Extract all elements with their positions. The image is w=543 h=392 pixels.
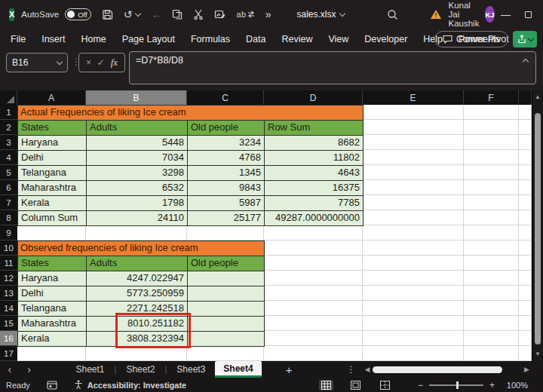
header-adults[interactable]: Adults — [87, 256, 188, 271]
cell-row-sum[interactable]: 16375 — [265, 181, 364, 196]
cell-state[interactable]: Kerala — [18, 196, 87, 211]
cut-icon[interactable] — [193, 9, 204, 20]
cell-row-sum[interactable]: 7785 — [265, 196, 364, 211]
cell-state[interactable]: Haryana — [18, 271, 87, 286]
new-sheet-button[interactable]: + — [286, 363, 293, 376]
cell-state[interactable]: Delhi — [18, 151, 87, 166]
share-button[interactable] — [513, 31, 537, 47]
normal-view-icon[interactable] — [319, 380, 333, 390]
scroll-up-icon[interactable]: ▲ — [532, 90, 543, 103]
cell-old-people-empty[interactable] — [188, 286, 265, 302]
tab-view[interactable]: View — [328, 34, 348, 44]
page-layout-view-icon[interactable] — [348, 380, 363, 390]
vertical-scrollbar[interactable]: ▲ ▼ — [532, 90, 543, 361]
zoom-slider-handle[interactable] — [456, 381, 459, 389]
row-header-17[interactable]: 17 — [0, 346, 17, 361]
tab-home[interactable]: Home — [81, 34, 106, 44]
find-replace-icon[interactable]: ab — [236, 11, 254, 19]
table1-title[interactable]: Actual Frequencies of liking Ice cream — [18, 106, 364, 121]
row-header-5[interactable]: 5 — [0, 165, 17, 180]
select-all-button[interactable] — [0, 90, 17, 105]
header-old-people[interactable]: Old people — [188, 121, 265, 136]
cell-adults[interactable]: 6532 — [87, 181, 188, 196]
header-row-sum[interactable]: Row Sum — [265, 121, 364, 136]
tab-formulas[interactable]: Formulas — [191, 34, 230, 44]
table2-title[interactable]: Observed frequencies of liking Ice cream — [18, 241, 265, 256]
row-header-14[interactable]: 14 — [0, 301, 17, 316]
tab-insert[interactable]: Insert — [41, 34, 65, 44]
avatar[interactable]: KJ — [485, 6, 494, 23]
cell-old-people[interactable]: 3234 — [188, 136, 265, 151]
minimize-button[interactable]: — — [495, 0, 517, 29]
column-header-f[interactable]: F — [464, 90, 519, 105]
row-header-11[interactable]: 11 — [0, 256, 17, 271]
cell-state[interactable]: Haryana — [18, 136, 87, 151]
cell-old-people[interactable]: 9843 — [188, 181, 265, 196]
row-header-12[interactable]: 12 — [0, 271, 17, 286]
macro-record-icon[interactable] — [47, 381, 57, 390]
cell-old-people[interactable]: 4768 — [188, 151, 265, 166]
cell-old-people[interactable]: 5987 — [188, 196, 265, 211]
name-box[interactable]: B16 — [6, 53, 68, 72]
column-header-e[interactable]: E — [363, 90, 464, 105]
tab-file[interactable]: File — [11, 34, 26, 44]
more-commands-icon[interactable]: » — [265, 9, 272, 20]
cell-row-sum[interactable]: 11802 — [265, 151, 364, 166]
cell-old-people[interactable]: 1345 — [188, 166, 265, 181]
row-header-6[interactable]: 6 — [0, 180, 17, 195]
maximize-button[interactable] — [517, 0, 540, 29]
row-header-13[interactable]: 13 — [0, 286, 17, 301]
cell-adults[interactable]: 5448 — [87, 136, 188, 151]
column-header-d[interactable]: D — [264, 90, 363, 105]
header-old-people[interactable]: Old people — [188, 256, 265, 271]
cell-state[interactable]: Maharashtra — [18, 317, 87, 332]
page-break-preview-icon[interactable] — [378, 380, 392, 390]
copy-icon[interactable] — [172, 9, 183, 20]
comments-button[interactable]: Comments — [434, 31, 508, 47]
row-header-16[interactable]: 16 — [0, 331, 17, 346]
excel-logo-icon[interactable]: X — [9, 8, 14, 21]
cell-old-people-empty[interactable] — [188, 317, 265, 332]
cell-state[interactable]: Kerala — [18, 332, 87, 347]
header-states[interactable]: States — [18, 256, 87, 271]
insert-function-icon[interactable]: fx — [111, 57, 118, 69]
cell-adults[interactable]: 1798 — [87, 196, 188, 211]
row-header-3[interactable]: 3 — [0, 135, 17, 150]
row-header-4[interactable]: 4 — [0, 150, 17, 165]
scroll-right-icon[interactable]: ▶ — [524, 366, 529, 373]
sheet-tab-sheet2[interactable]: Sheet2 — [116, 361, 164, 378]
zoom-slider[interactable] — [429, 384, 483, 386]
cell-adults-sum[interactable]: 24110 — [87, 211, 188, 226]
row-header-2[interactable]: 2 — [0, 120, 17, 135]
document-title[interactable]: sales.xlsx — [297, 9, 345, 20]
cell-adults[interactable]: 3298 — [87, 166, 188, 181]
tab-developer[interactable]: Developer — [364, 34, 407, 44]
zoom-level[interactable]: 100% — [502, 381, 528, 390]
sheet-nav-next-icon[interactable]: › — [20, 363, 39, 375]
vertical-scrollbar-thumb[interactable] — [535, 113, 541, 345]
cell-old-people-empty[interactable] — [188, 271, 265, 286]
cell-grand-total[interactable]: 49287.0000000000 — [265, 211, 364, 226]
cell-row-sum[interactable]: 4643 — [265, 166, 364, 181]
save-icon[interactable] — [102, 9, 113, 20]
tab-review[interactable]: Review — [281, 34, 312, 44]
column-header-b[interactable]: B — [86, 90, 187, 105]
cell-adults[interactable]: 4247.022947 — [87, 271, 188, 286]
close-button[interactable]: × — [540, 0, 543, 29]
scroll-left-icon[interactable]: ◀ — [364, 366, 370, 373]
cell-row-sum[interactable]: 8682 — [265, 136, 364, 151]
autosave-toggle[interactable]: Off — [65, 8, 91, 20]
cell-old-people-empty[interactable] — [188, 302, 265, 317]
search-icon[interactable] — [387, 9, 398, 20]
cell-grid[interactable]: Actual Frequencies of liking Ice cream S… — [17, 105, 532, 361]
accessibility-status[interactable]: Accessibility: Investigate — [87, 381, 186, 390]
header-states[interactable]: States — [18, 121, 87, 136]
column-header-c[interactable]: C — [187, 90, 264, 105]
collapse-formula-bar-icon[interactable] — [523, 59, 529, 65]
sheet-tab-sheet1[interactable]: Sheet1 — [66, 361, 114, 378]
cell-adults[interactable]: 5773.250959 — [87, 286, 188, 302]
row-header-15[interactable]: 15 — [0, 316, 17, 331]
horizontal-scrollbar[interactable] — [371, 361, 543, 378]
zoom-out-button[interactable]: − — [418, 380, 423, 390]
row-header-10[interactable]: 10 — [0, 240, 17, 256]
